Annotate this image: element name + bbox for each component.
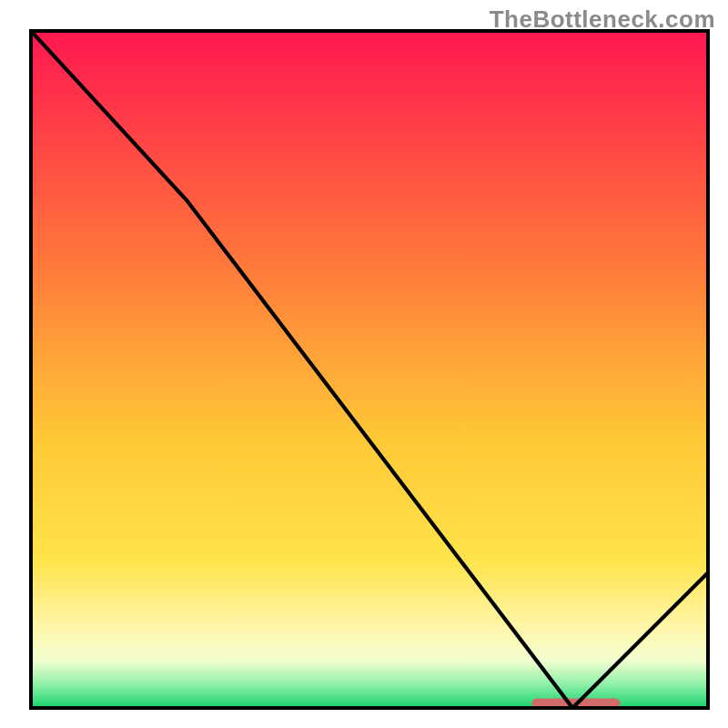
gradient-background xyxy=(31,31,708,708)
bottleneck-chart xyxy=(0,0,728,728)
plot-area xyxy=(31,31,708,708)
chart-root: { "attribution": "TheBottleneck.com", "c… xyxy=(0,0,728,728)
